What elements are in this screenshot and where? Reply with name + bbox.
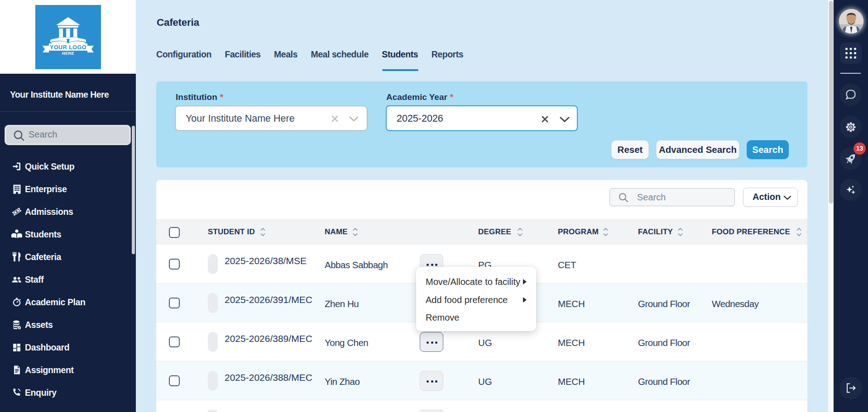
svg-text:YOUR LOGO: YOUR LOGO: [50, 44, 86, 51]
svg-text:HERE: HERE: [62, 51, 74, 56]
